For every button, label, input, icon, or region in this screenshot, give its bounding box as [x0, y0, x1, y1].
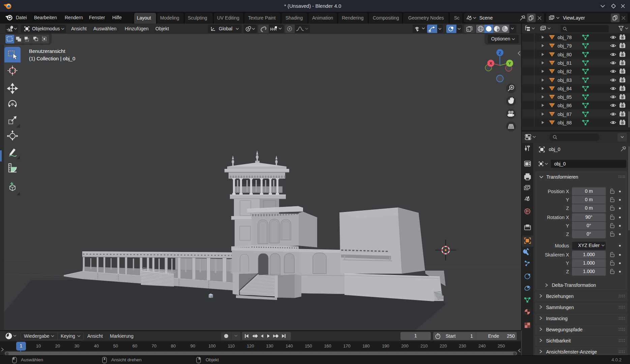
svg-text:Y: Y	[508, 61, 511, 65]
svg-text:X: X	[489, 61, 492, 65]
svg-text:Z: Z	[499, 51, 501, 55]
